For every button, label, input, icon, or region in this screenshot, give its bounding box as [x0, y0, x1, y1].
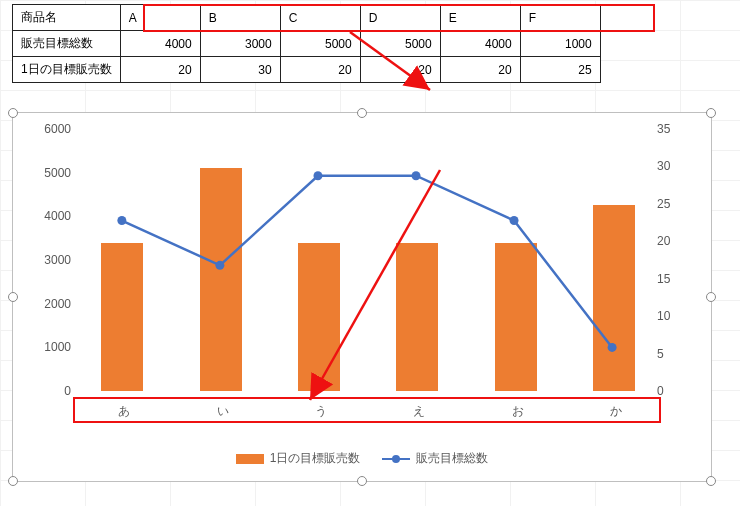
legend-swatch-bar — [236, 454, 264, 464]
cell: 30 — [200, 57, 280, 83]
col-header: C — [280, 5, 360, 31]
cell: 20 — [120, 57, 200, 83]
resize-handle[interactable] — [706, 108, 716, 118]
resize-handle[interactable] — [8, 292, 18, 302]
xtick-label: あ — [118, 403, 130, 420]
data-table: 商品名 A B C D E F 販売目標総数 4000 3000 5000 50… — [12, 4, 601, 83]
chart-bar — [101, 243, 143, 391]
y-axis-left: 0100020003000400050006000 — [21, 131, 71, 391]
chart-legend: 1日の目標販売数 販売目標総数 — [13, 450, 711, 467]
chart-bar — [298, 243, 340, 391]
ytick-right: 30 — [657, 159, 707, 173]
cell: 5000 — [280, 31, 360, 57]
table-row: 1日の目標販売数 20 30 20 20 20 25 — [13, 57, 601, 83]
resize-handle[interactable] — [8, 476, 18, 486]
col-header: B — [200, 5, 280, 31]
y-axis-right: 05101520253035 — [657, 131, 707, 391]
legend-label: 1日の目標販売数 — [270, 450, 361, 467]
cell: 5000 — [360, 31, 440, 57]
ytick-left: 1000 — [21, 340, 71, 354]
cell: 3000 — [200, 31, 280, 57]
ytick-right: 10 — [657, 309, 707, 323]
ytick-left: 6000 — [21, 122, 71, 136]
ytick-right: 5 — [657, 347, 707, 361]
xtick-label: か — [610, 403, 622, 420]
cell: 20 — [440, 57, 520, 83]
chart-bar — [593, 205, 635, 391]
cell: 20 — [280, 57, 360, 83]
resize-handle[interactable] — [357, 108, 367, 118]
ytick-right: 0 — [657, 384, 707, 398]
resize-handle[interactable] — [706, 292, 716, 302]
resize-handle[interactable] — [357, 476, 367, 486]
legend-item-bar: 1日の目標販売数 — [236, 450, 361, 467]
xtick-label: お — [512, 403, 524, 420]
chart-container[interactable]: 0100020003000400050006000 05101520253035… — [12, 112, 712, 482]
legend-label: 販売目標総数 — [416, 450, 488, 467]
col-header: D — [360, 5, 440, 31]
cell: 20 — [360, 57, 440, 83]
col-header: F — [520, 5, 600, 31]
col-header: A — [120, 5, 200, 31]
cell: 1000 — [520, 31, 600, 57]
chart-bar — [495, 243, 537, 391]
xtick-label: い — [217, 403, 229, 420]
legend-item-line: 販売目標総数 — [382, 450, 488, 467]
cell: 4000 — [440, 31, 520, 57]
legend-swatch-line — [382, 458, 410, 460]
ytick-left: 4000 — [21, 209, 71, 223]
table-row: 商品名 A B C D E F — [13, 5, 601, 31]
ytick-right: 25 — [657, 197, 707, 211]
xtick-label: え — [413, 403, 425, 420]
ytick-right: 15 — [657, 272, 707, 286]
ytick-left: 2000 — [21, 297, 71, 311]
ytick-right: 20 — [657, 234, 707, 248]
ytick-left: 3000 — [21, 253, 71, 267]
chart-bar — [396, 243, 438, 391]
cell: 4000 — [120, 31, 200, 57]
xtick-label: う — [315, 403, 327, 420]
ytick-left: 5000 — [21, 166, 71, 180]
x-axis-labels: あいうえおか — [73, 397, 661, 423]
col-header: E — [440, 5, 520, 31]
row-header-product: 商品名 — [13, 5, 121, 31]
row-header-total: 販売目標総数 — [13, 31, 121, 57]
table-row: 販売目標総数 4000 3000 5000 5000 4000 1000 — [13, 31, 601, 57]
row-header-daily: 1日の目標販売数 — [13, 57, 121, 83]
resize-handle[interactable] — [8, 108, 18, 118]
resize-handle[interactable] — [706, 476, 716, 486]
chart-bar — [200, 168, 242, 391]
ytick-left: 0 — [21, 384, 71, 398]
ytick-right: 35 — [657, 122, 707, 136]
cell: 25 — [520, 57, 600, 83]
chart-plot-area — [73, 131, 661, 391]
